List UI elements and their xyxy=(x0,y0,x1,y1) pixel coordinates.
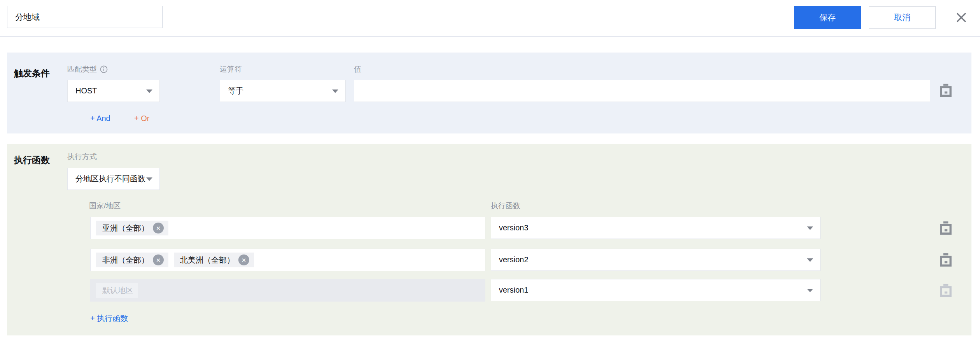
function-version-value: version3 xyxy=(499,223,528,232)
region-tag-label: 非洲（全部） xyxy=(102,255,149,265)
remove-tag-icon[interactable]: ✕ xyxy=(153,254,164,265)
remove-tag-icon[interactable]: ✕ xyxy=(153,223,164,233)
operator-select[interactable]: 等于 xyxy=(220,80,346,102)
add-function-button[interactable]: + 执行函数 xyxy=(90,313,128,324)
function-version-select[interactable]: version1 xyxy=(491,279,821,301)
function-version-select[interactable]: version3 xyxy=(491,217,821,239)
region-tag: 非洲（全部）✕ xyxy=(96,253,168,267)
trigger-condition-section: 触发条件 匹配类型 HOST 运算符 等于 值 xyxy=(7,53,971,133)
chevron-down-icon xyxy=(146,90,152,93)
trigger-section-title: 触发条件 xyxy=(14,67,50,79)
rule-name-input[interactable] xyxy=(7,6,163,28)
close-icon xyxy=(955,11,968,25)
delete-icon xyxy=(939,84,952,98)
value-input[interactable] xyxy=(354,80,930,102)
operator-label: 运算符 xyxy=(220,64,242,74)
save-button[interactable]: 保存 xyxy=(794,6,861,29)
region-tag-label: 亚洲（全部） xyxy=(102,223,149,233)
info-icon[interactable] xyxy=(100,65,108,73)
chevron-down-icon xyxy=(807,289,813,292)
function-version-value: version1 xyxy=(499,286,528,295)
chevron-down-icon xyxy=(146,177,152,181)
delete-row-button[interactable] xyxy=(939,253,952,267)
remove-tag-icon[interactable]: ✕ xyxy=(238,254,249,265)
region-multiselect[interactable]: 非洲（全部）✕北美洲（全部）✕ xyxy=(90,249,485,271)
execute-function-section: 执行函数 执行方式 分地区执行不同函数 国家/地区 执行函数 亚洲（全部）✕ve… xyxy=(7,144,971,335)
region-tag: 亚洲（全部）✕ xyxy=(96,221,168,235)
match-type-select[interactable]: HOST xyxy=(67,80,160,102)
region-multiselect: 默认地区 xyxy=(90,279,485,302)
exec-mode-label: 执行方式 xyxy=(67,152,97,162)
add-and-button[interactable]: + And xyxy=(90,114,110,123)
default-region-placeholder: 默认地区 xyxy=(96,283,138,298)
chevron-down-icon xyxy=(332,90,338,93)
delete-icon xyxy=(939,284,952,298)
region-tag-label: 北美洲（全部） xyxy=(180,255,234,265)
exec-section-title: 执行函数 xyxy=(14,154,50,166)
delete-icon xyxy=(939,221,952,235)
region-column-label: 国家/地区 xyxy=(89,201,121,211)
match-type-label: 匹配类型 xyxy=(67,64,108,74)
header-divider xyxy=(0,36,980,37)
function-column-label: 执行函数 xyxy=(491,201,520,211)
chevron-down-icon xyxy=(807,226,813,230)
cancel-button[interactable]: 取消 xyxy=(869,6,936,29)
function-version-select[interactable]: version2 xyxy=(491,249,821,271)
delete-row-button xyxy=(939,284,952,298)
chevron-down-icon xyxy=(807,258,813,262)
close-button[interactable] xyxy=(953,9,970,26)
delete-condition-button[interactable] xyxy=(939,84,952,98)
region-multiselect[interactable]: 亚洲（全部）✕ xyxy=(90,217,485,239)
region-tag: 北美洲（全部）✕ xyxy=(174,253,254,267)
value-label: 值 xyxy=(354,64,361,74)
delete-row-button[interactable] xyxy=(939,221,952,235)
function-version-value: version2 xyxy=(499,255,528,264)
exec-mode-select[interactable]: 分地区执行不同函数 xyxy=(67,168,160,190)
delete-icon xyxy=(939,253,952,267)
add-or-button[interactable]: + Or xyxy=(134,114,149,123)
